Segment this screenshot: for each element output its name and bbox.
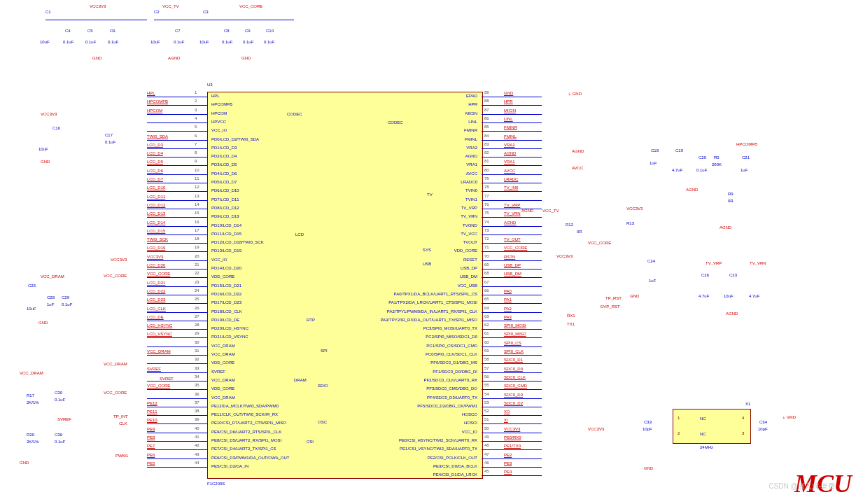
gnd-1: GND bbox=[92, 56, 101, 60]
agnd-1: AGND bbox=[168, 56, 180, 60]
c16: C16 bbox=[52, 126, 60, 130]
bus-sdio: SDIO bbox=[318, 384, 328, 388]
bus-dram: DRAM bbox=[294, 378, 307, 382]
osc-x1 bbox=[673, 409, 751, 444]
bus-lcd: LCD bbox=[295, 232, 304, 237]
bus-rtp: RTP bbox=[307, 318, 315, 322]
rail-vcc-core: VCC_CORE bbox=[239, 4, 262, 8]
clk: CLK bbox=[119, 421, 127, 426]
osc-ref: X1 bbox=[745, 402, 750, 406]
tp-int: TP_INT bbox=[113, 414, 128, 419]
bus-tv: TV bbox=[427, 192, 433, 197]
pwm1: PWM1 bbox=[115, 454, 128, 458]
rail-dram2: VCC_DRAM bbox=[20, 371, 43, 375]
bus-osc: OSC bbox=[318, 420, 327, 424]
rail-left-vcc3v3: VCC3V3 bbox=[41, 112, 57, 116]
ic-part: F1C200S bbox=[207, 482, 225, 486]
rail-vcc-dram: VCC_DRAM bbox=[41, 274, 64, 279]
bus-spi: SPI bbox=[321, 349, 328, 353]
ic-ref: U3 bbox=[207, 83, 213, 87]
rail-vcc3v3: VCC3V3 bbox=[90, 4, 106, 8]
decap-group-3: C3 C8 C9 C10 10uF 0.1uF 0.1uF 0.1uF bbox=[203, 20, 294, 48]
gnd-4: GND bbox=[38, 321, 48, 325]
bus-sys: SYS bbox=[423, 248, 431, 252]
gnd-epad: ⏚ GND bbox=[568, 92, 582, 96]
svref-out: SVREF bbox=[57, 417, 71, 421]
gnd-5: GND bbox=[20, 461, 29, 465]
bus-csi: CSI bbox=[307, 440, 314, 444]
gnd-3: GND bbox=[41, 160, 50, 164]
rail-vcc-tv: VCC_TV bbox=[162, 4, 179, 8]
osc-val: 24MHz bbox=[700, 445, 713, 449]
c17: C17 bbox=[105, 133, 113, 137]
decap-group-1: C1 C4 C5 C6 10uF 0.1uF 0.1uF 0.1uF bbox=[45, 20, 147, 48]
watermark: CSDN @嵌入式-老费 bbox=[769, 482, 835, 491]
bus-usb: USB bbox=[423, 262, 431, 266]
gnd-2: GND bbox=[241, 56, 251, 60]
bus-codec2: CODEC bbox=[388, 120, 403, 125]
bus-codec: CODEC bbox=[287, 112, 302, 116]
